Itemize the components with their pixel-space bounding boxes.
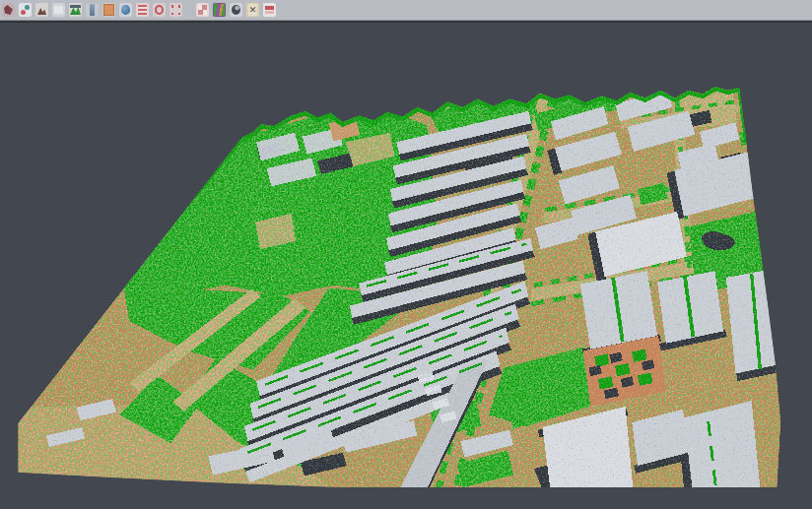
attribute-table-icon[interactable]: [136, 3, 149, 17]
contour-lines-icon[interactable]: [52, 3, 65, 17]
cross-section-icon[interactable]: [86, 3, 99, 17]
terrain-model-icon[interactable]: [35, 3, 48, 17]
point-cloud-icon[interactable]: [2, 3, 15, 17]
world-layers-icon[interactable]: [230, 3, 242, 17]
clear-selection-icon[interactable]: [246, 3, 259, 17]
application-window: [0, 0, 812, 509]
legend-icon[interactable]: [263, 3, 276, 17]
settings-icon[interactable]: [153, 3, 166, 17]
classification-map-icon[interactable]: [213, 3, 226, 17]
surface-model-icon[interactable]: [69, 3, 82, 17]
3d-viewport[interactable]: [0, 23, 812, 509]
tile-grid-icon[interactable]: [196, 3, 209, 17]
classify-points-icon[interactable]: [19, 3, 32, 17]
globe-view-icon[interactable]: [119, 3, 132, 17]
point-cloud-render: [0, 23, 812, 509]
toolbar: [0, 0, 812, 21]
orthoimage-icon[interactable]: [102, 3, 115, 17]
zoom-extents-icon[interactable]: [169, 3, 182, 17]
